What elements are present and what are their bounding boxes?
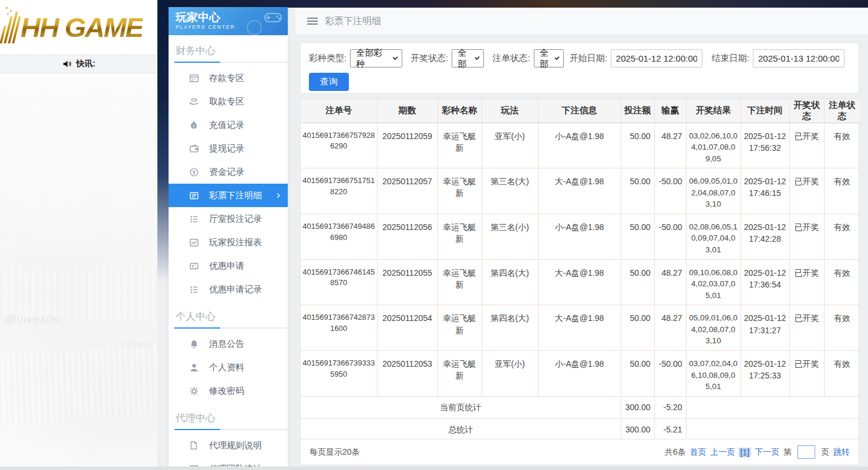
cell-draw-status: 已开奖	[789, 168, 824, 214]
sidebar-item-withdraw-zone[interactable]: 取款专区	[169, 90, 288, 113]
cell-play: 第四名(大)	[482, 259, 538, 305]
sidebar-item-promo-apply-record[interactable]: 优惠申请记录	[169, 278, 288, 301]
cell-order-id: 401569173667428731600	[301, 305, 377, 351]
col-amount: 投注额	[621, 99, 654, 123]
summary-winloss: -5.21	[654, 418, 686, 441]
sidebar-item-funds-record[interactable]: 资金记录	[169, 160, 288, 184]
prev-page-link[interactable]: 上一页	[710, 447, 735, 458]
summary-amount: 300.00	[621, 418, 654, 441]
card-machine-icon	[189, 73, 199, 83]
sidebar-item-promo-apply[interactable]: 优惠申请	[169, 254, 288, 278]
cell-amount: 50.00	[621, 123, 654, 168]
cell-bet-info: 小-A盘@1.98	[538, 123, 621, 168]
query-button[interactable]: 查询	[309, 73, 349, 91]
sidebar-item-label: 存款专区	[209, 73, 244, 84]
hamburger-icon[interactable]	[307, 18, 318, 25]
current-page-indicator: [1]	[739, 448, 751, 457]
cell-period: 20250112056	[377, 214, 438, 259]
cell-result: 03,07,02,04,06,10,08,09,05,01	[686, 350, 741, 396]
sidebar-item-cashout-record[interactable]: 提现记录	[169, 137, 288, 160]
cell-result: 06,09,05,01,02,04,08,07,03,10	[686, 168, 741, 214]
order-status-select[interactable]: 全部	[534, 49, 564, 67]
total-count: 共6条	[665, 447, 686, 458]
sidebar-item-player-bet-report[interactable]: 玩家投注报表	[169, 231, 288, 254]
cell-draw-status: 已开奖	[789, 214, 824, 259]
sidebar-header: 玩家中心 PLAYERS CENTER	[169, 7, 288, 35]
chevron-down-icon	[475, 55, 480, 60]
cell-bet-info: 小-A盘@1.98	[538, 350, 621, 396]
per-page-label: 每页显示20条	[309, 447, 360, 458]
next-page-link[interactable]: 下一页	[755, 447, 779, 458]
section-title-finance: 财务中心	[169, 35, 288, 60]
chevron-down-icon	[554, 55, 559, 60]
cell-order-id: 401569173667494866980	[301, 214, 377, 259]
sidebar-item-lottery-bet-detail[interactable]: 彩票下注明细 ›	[169, 184, 288, 207]
summary-empty	[686, 396, 860, 418]
cell-play: 亚军(小)	[482, 123, 538, 168]
jump-prefix-label: 第	[783, 447, 792, 458]
document-icon	[189, 440, 199, 451]
list-icon	[189, 214, 199, 224]
cell-winloss: -50.00	[654, 214, 686, 259]
start-date-input[interactable]	[611, 49, 702, 67]
sidebar-item-label: 充值记录	[209, 120, 244, 131]
cell-winloss: -50.00	[654, 350, 686, 396]
cell-winloss: 48.27	[654, 259, 686, 305]
logo-text: HH GAME	[21, 11, 143, 43]
page: HH GAME 快讯: @Investec PEDIGR 玩家中心 PLAYER…	[0, 0, 868, 470]
cell-order-status: 有效	[824, 259, 860, 305]
sidebar-item-hall-bet-record[interactable]: 厅室投注记录	[169, 207, 288, 231]
gamepad-icon	[263, 10, 283, 25]
sidebar-item-profile[interactable]: 个人资料	[169, 356, 288, 379]
cell-order-status: 有效	[824, 214, 860, 259]
col-draw-status: 开奖状态	[789, 99, 824, 123]
cell-play: 第三名(小)	[482, 214, 538, 259]
pagination-bar: 每页显示20条 共6条 首页 上一页 [1] 下一页 第 页 跳转	[300, 439, 859, 465]
col-winloss: 输赢	[654, 99, 686, 123]
col-result: 开奖结果	[686, 99, 741, 123]
table-row: 401569173667428731600 20250112054 幸运飞艇新 …	[301, 305, 860, 351]
sidebar-item-agent-rules[interactable]: 代理规则说明	[169, 434, 288, 457]
cell-bet-time: 2025-01-12 17:46:15	[741, 168, 789, 214]
hand-money-icon	[189, 96, 199, 107]
list-icon	[189, 284, 199, 295]
background-photo: @Investec PEDIGR	[0, 73, 157, 470]
cell-period: 20250112057	[377, 168, 438, 214]
sidebar-item-deposit[interactable]: 存款专区	[169, 66, 288, 90]
table-header-row: 注单号 期数 彩种名称 玩法 下注信息 投注额 输赢 开奖结果 下注时间 开奖状…	[301, 99, 860, 123]
cell-period: 20250112053	[377, 350, 438, 396]
draw-status-select[interactable]: 全部	[452, 49, 484, 67]
summary-amount: 300.00	[621, 396, 654, 418]
page-jump-input[interactable]	[798, 445, 815, 459]
cell-amount: 50.00	[621, 168, 654, 214]
wallet-icon	[189, 143, 199, 154]
cell-order-id: 401569173667393335950	[301, 350, 377, 396]
first-page-link[interactable]: 首页	[689, 447, 706, 458]
sidebar-item-change-password[interactable]: 修改密码	[169, 379, 288, 403]
horizontal-scrollbar-track[interactable]	[0, 466, 868, 470]
cell-order-status: 有效	[824, 123, 860, 168]
cell-period: 20250112059	[377, 123, 438, 168]
table-row: 401569173667494866980 20250112056 幸运飞艇新 …	[301, 214, 860, 259]
bell-icon	[189, 339, 199, 349]
sidebar-item-messages[interactable]: 消息公告	[169, 332, 288, 356]
jump-suffix-label: 页	[821, 447, 829, 458]
lottery-type-label: 彩种类型:	[309, 53, 346, 64]
cell-draw-status: 已开奖	[789, 350, 824, 396]
jump-go-link[interactable]: 跳转	[833, 447, 850, 458]
moneybag-icon	[189, 120, 199, 130]
topbar: 彩票下注明细	[295, 8, 868, 35]
cell-amount: 50.00	[621, 259, 654, 305]
cell-order-status: 有效	[824, 305, 860, 351]
gear-icon	[189, 386, 199, 396]
news-label: 快讯:	[76, 59, 96, 69]
decor-circle	[247, 20, 262, 35]
lottery-type-select[interactable]: 全部彩种	[350, 49, 402, 67]
cell-winloss: -50.00	[654, 168, 686, 214]
cell-lottery: 幸运飞艇新	[438, 168, 482, 214]
lottery-type-value: 全部彩种	[356, 48, 387, 70]
user-icon	[189, 362, 199, 373]
end-date-input[interactable]	[753, 49, 845, 67]
cell-order-id: 401569173667517518220	[301, 168, 377, 214]
sidebar-item-recharge-record[interactable]: 充值记录	[169, 113, 288, 137]
